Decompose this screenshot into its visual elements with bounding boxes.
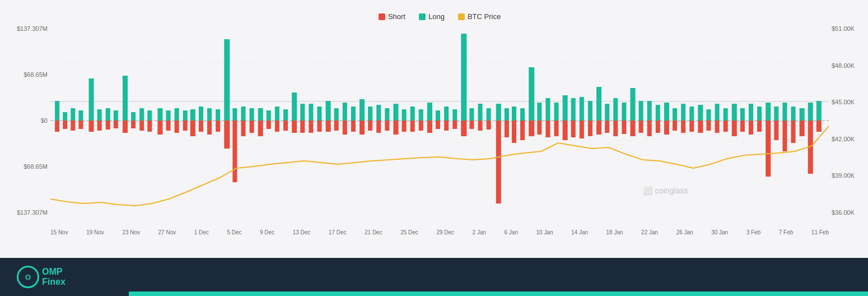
footer-accent-bar <box>129 292 868 296</box>
x-label-13: 2 Jan <box>473 229 486 235</box>
svg-rect-157 <box>545 98 550 121</box>
svg-rect-177 <box>715 104 720 121</box>
svg-rect-34 <box>267 121 271 129</box>
svg-rect-31 <box>258 108 263 121</box>
svg-rect-135 <box>351 107 356 121</box>
svg-rect-82 <box>673 121 677 131</box>
svg-rect-36 <box>292 121 297 133</box>
svg-rect-77 <box>639 101 643 121</box>
svg-rect-29 <box>232 108 237 121</box>
svg-rect-23 <box>190 109 195 121</box>
svg-rect-60 <box>496 121 501 203</box>
svg-rect-125 <box>275 107 279 121</box>
svg-rect-111 <box>147 110 152 121</box>
svg-rect-181 <box>749 104 753 121</box>
svg-rect-86 <box>706 121 711 131</box>
svg-rect-69 <box>571 98 576 121</box>
svg-rect-187 <box>791 107 796 121</box>
svg-rect-91 <box>766 103 771 121</box>
short-label: Short <box>388 12 405 21</box>
svg-rect-73 <box>605 104 609 121</box>
svg-rect-179 <box>724 108 728 121</box>
svg-text:⬜ coinglass: ⬜ coinglass <box>643 186 688 196</box>
y-axis-right: $51.00K $48.00K $45.00K $42.00K $39.00K … <box>832 25 868 216</box>
svg-rect-149 <box>478 104 482 121</box>
svg-rect-123 <box>250 108 254 121</box>
svg-rect-143 <box>419 109 423 121</box>
btc-label: BTC Price <box>468 12 501 21</box>
svg-rect-76 <box>630 121 635 136</box>
x-label-8: 13 Dec <box>293 229 311 235</box>
svg-rect-188 <box>791 121 796 143</box>
svg-rect-100 <box>816 121 822 132</box>
svg-rect-184 <box>757 121 762 132</box>
svg-rect-102 <box>71 121 75 131</box>
svg-rect-45 <box>368 107 372 121</box>
svg-rect-161 <box>580 97 584 121</box>
svg-rect-166 <box>613 121 618 136</box>
svg-rect-99 <box>816 101 822 121</box>
svg-rect-50 <box>402 121 407 132</box>
long-color-indicator <box>419 13 426 20</box>
x-label-10: 21 Dec <box>365 229 382 235</box>
svg-rect-20 <box>157 121 162 135</box>
svg-rect-12 <box>88 121 94 132</box>
svg-rect-87 <box>732 104 737 121</box>
legend-short: Short <box>379 12 405 21</box>
svg-rect-130 <box>309 121 313 133</box>
svg-rect-22 <box>166 121 170 131</box>
y-right-1: $51.00K <box>832 25 868 32</box>
svg-rect-81 <box>673 108 677 121</box>
legend-long: Long <box>419 12 445 21</box>
svg-rect-11 <box>88 78 94 121</box>
svg-rect-171 <box>656 105 660 121</box>
svg-rect-64 <box>529 121 534 136</box>
svg-rect-147 <box>452 109 457 121</box>
svg-rect-174 <box>681 121 685 133</box>
svg-rect-150 <box>478 121 482 131</box>
x-label-17: 18 Jan <box>606 229 623 235</box>
svg-rect-57 <box>469 108 474 121</box>
svg-rect-24 <box>190 121 195 136</box>
svg-rect-164 <box>588 121 592 136</box>
svg-rect-126 <box>275 121 279 132</box>
svg-rect-105 <box>106 108 110 121</box>
svg-rect-67 <box>563 95 568 121</box>
svg-rect-13 <box>97 109 102 121</box>
svg-rect-43 <box>360 99 365 121</box>
svg-rect-139 <box>385 108 389 121</box>
y-right-3: $45.00K <box>832 99 868 105</box>
svg-rect-9 <box>63 112 67 121</box>
svg-rect-83 <box>698 105 703 121</box>
svg-rect-133 <box>343 103 347 121</box>
chart-svg: ⬜ coinglass <box>50 25 829 216</box>
logo-line1: OMP <box>42 267 66 277</box>
x-label-18: 22 Jan <box>641 229 658 235</box>
x-label-5: 1 Dec <box>194 229 209 235</box>
svg-rect-107 <box>114 110 118 121</box>
svg-rect-136 <box>351 121 356 132</box>
svg-rect-33 <box>267 110 271 121</box>
svg-rect-117 <box>207 108 212 121</box>
svg-rect-56 <box>461 121 466 136</box>
svg-rect-7 <box>55 101 59 121</box>
svg-rect-94 <box>774 121 778 140</box>
svg-rect-120 <box>216 121 220 132</box>
svg-rect-74 <box>605 121 609 133</box>
svg-rect-54 <box>436 121 440 129</box>
svg-rect-169 <box>647 101 652 121</box>
svg-rect-39 <box>326 101 331 121</box>
svg-rect-165 <box>613 98 618 121</box>
svg-rect-26 <box>199 121 203 132</box>
x-label-19: 26 Jan <box>676 229 693 235</box>
svg-rect-16 <box>123 121 128 133</box>
svg-rect-37 <box>300 104 305 121</box>
svg-rect-52 <box>427 121 432 133</box>
svg-rect-49 <box>402 109 407 121</box>
short-color-indicator <box>379 13 385 20</box>
y-left-1: $137.307M <box>6 25 48 32</box>
svg-rect-15 <box>123 76 128 121</box>
svg-rect-51 <box>427 103 432 121</box>
svg-rect-46 <box>368 121 372 131</box>
x-label-6: 5 Dec <box>227 229 241 235</box>
